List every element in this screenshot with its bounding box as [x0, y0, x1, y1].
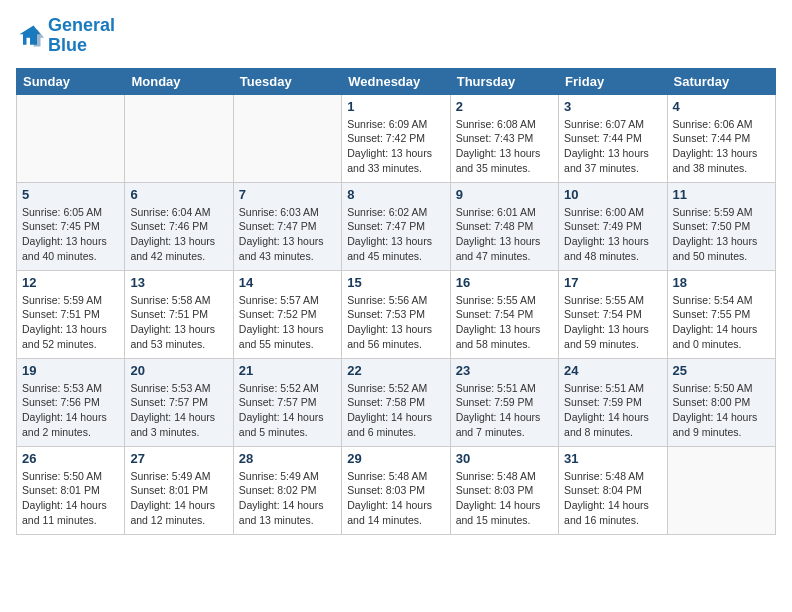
col-header-saturday: Saturday [667, 68, 775, 94]
day-number: 16 [456, 275, 553, 290]
day-number: 1 [347, 99, 444, 114]
calendar-cell: 11Sunrise: 5:59 AM Sunset: 7:50 PM Dayli… [667, 182, 775, 270]
col-header-tuesday: Tuesday [233, 68, 341, 94]
calendar-cell [17, 94, 125, 182]
day-info: Sunrise: 5:55 AM Sunset: 7:54 PM Dayligh… [564, 293, 661, 352]
day-number: 20 [130, 363, 227, 378]
calendar-cell: 31Sunrise: 5:48 AM Sunset: 8:04 PM Dayli… [559, 446, 667, 534]
day-number: 19 [22, 363, 119, 378]
day-number: 2 [456, 99, 553, 114]
day-info: Sunrise: 5:52 AM Sunset: 7:58 PM Dayligh… [347, 381, 444, 440]
calendar-cell: 7Sunrise: 6:03 AM Sunset: 7:47 PM Daylig… [233, 182, 341, 270]
calendar-cell: 21Sunrise: 5:52 AM Sunset: 7:57 PM Dayli… [233, 358, 341, 446]
day-info: Sunrise: 6:00 AM Sunset: 7:49 PM Dayligh… [564, 205, 661, 264]
calendar-cell: 22Sunrise: 5:52 AM Sunset: 7:58 PM Dayli… [342, 358, 450, 446]
day-info: Sunrise: 6:03 AM Sunset: 7:47 PM Dayligh… [239, 205, 336, 264]
calendar-cell: 23Sunrise: 5:51 AM Sunset: 7:59 PM Dayli… [450, 358, 558, 446]
day-number: 9 [456, 187, 553, 202]
day-info: Sunrise: 5:53 AM Sunset: 7:57 PM Dayligh… [130, 381, 227, 440]
calendar-cell: 15Sunrise: 5:56 AM Sunset: 7:53 PM Dayli… [342, 270, 450, 358]
calendar-cell: 4Sunrise: 6:06 AM Sunset: 7:44 PM Daylig… [667, 94, 775, 182]
day-number: 5 [22, 187, 119, 202]
day-number: 26 [22, 451, 119, 466]
calendar-cell: 20Sunrise: 5:53 AM Sunset: 7:57 PM Dayli… [125, 358, 233, 446]
day-number: 18 [673, 275, 770, 290]
day-number: 30 [456, 451, 553, 466]
col-header-sunday: Sunday [17, 68, 125, 94]
calendar-cell: 25Sunrise: 5:50 AM Sunset: 8:00 PM Dayli… [667, 358, 775, 446]
calendar-cell: 28Sunrise: 5:49 AM Sunset: 8:02 PM Dayli… [233, 446, 341, 534]
day-info: Sunrise: 5:50 AM Sunset: 8:01 PM Dayligh… [22, 469, 119, 528]
calendar-cell: 9Sunrise: 6:01 AM Sunset: 7:48 PM Daylig… [450, 182, 558, 270]
day-number: 23 [456, 363, 553, 378]
calendar-cell: 8Sunrise: 6:02 AM Sunset: 7:47 PM Daylig… [342, 182, 450, 270]
week-row-1: 1Sunrise: 6:09 AM Sunset: 7:42 PM Daylig… [17, 94, 776, 182]
day-info: Sunrise: 6:05 AM Sunset: 7:45 PM Dayligh… [22, 205, 119, 264]
calendar-cell: 19Sunrise: 5:53 AM Sunset: 7:56 PM Dayli… [17, 358, 125, 446]
day-number: 27 [130, 451, 227, 466]
calendar-header-row: SundayMondayTuesdayWednesdayThursdayFrid… [17, 68, 776, 94]
calendar-cell: 1Sunrise: 6:09 AM Sunset: 7:42 PM Daylig… [342, 94, 450, 182]
day-number: 29 [347, 451, 444, 466]
page-header: General Blue [16, 16, 776, 56]
day-number: 25 [673, 363, 770, 378]
day-info: Sunrise: 5:51 AM Sunset: 7:59 PM Dayligh… [564, 381, 661, 440]
week-row-3: 12Sunrise: 5:59 AM Sunset: 7:51 PM Dayli… [17, 270, 776, 358]
day-number: 13 [130, 275, 227, 290]
day-number: 11 [673, 187, 770, 202]
day-number: 15 [347, 275, 444, 290]
day-number: 14 [239, 275, 336, 290]
week-row-2: 5Sunrise: 6:05 AM Sunset: 7:45 PM Daylig… [17, 182, 776, 270]
day-number: 31 [564, 451, 661, 466]
day-info: Sunrise: 5:48 AM Sunset: 8:04 PM Dayligh… [564, 469, 661, 528]
calendar-cell: 2Sunrise: 6:08 AM Sunset: 7:43 PM Daylig… [450, 94, 558, 182]
calendar-table: SundayMondayTuesdayWednesdayThursdayFrid… [16, 68, 776, 535]
calendar-cell: 13Sunrise: 5:58 AM Sunset: 7:51 PM Dayli… [125, 270, 233, 358]
calendar-cell: 17Sunrise: 5:55 AM Sunset: 7:54 PM Dayli… [559, 270, 667, 358]
logo-icon [16, 22, 44, 50]
day-number: 7 [239, 187, 336, 202]
day-number: 21 [239, 363, 336, 378]
day-info: Sunrise: 6:08 AM Sunset: 7:43 PM Dayligh… [456, 117, 553, 176]
day-info: Sunrise: 5:59 AM Sunset: 7:51 PM Dayligh… [22, 293, 119, 352]
day-number: 28 [239, 451, 336, 466]
day-info: Sunrise: 5:55 AM Sunset: 7:54 PM Dayligh… [456, 293, 553, 352]
calendar-cell: 30Sunrise: 5:48 AM Sunset: 8:03 PM Dayli… [450, 446, 558, 534]
col-header-friday: Friday [559, 68, 667, 94]
day-number: 12 [22, 275, 119, 290]
calendar-cell: 26Sunrise: 5:50 AM Sunset: 8:01 PM Dayli… [17, 446, 125, 534]
calendar-cell: 12Sunrise: 5:59 AM Sunset: 7:51 PM Dayli… [17, 270, 125, 358]
logo: General Blue [16, 16, 115, 56]
day-info: Sunrise: 6:01 AM Sunset: 7:48 PM Dayligh… [456, 205, 553, 264]
day-info: Sunrise: 5:49 AM Sunset: 8:01 PM Dayligh… [130, 469, 227, 528]
day-info: Sunrise: 5:56 AM Sunset: 7:53 PM Dayligh… [347, 293, 444, 352]
calendar-cell: 27Sunrise: 5:49 AM Sunset: 8:01 PM Dayli… [125, 446, 233, 534]
day-info: Sunrise: 5:49 AM Sunset: 8:02 PM Dayligh… [239, 469, 336, 528]
calendar-cell [667, 446, 775, 534]
col-header-thursday: Thursday [450, 68, 558, 94]
day-number: 10 [564, 187, 661, 202]
day-info: Sunrise: 5:57 AM Sunset: 7:52 PM Dayligh… [239, 293, 336, 352]
day-info: Sunrise: 5:50 AM Sunset: 8:00 PM Dayligh… [673, 381, 770, 440]
day-info: Sunrise: 6:09 AM Sunset: 7:42 PM Dayligh… [347, 117, 444, 176]
calendar-cell: 5Sunrise: 6:05 AM Sunset: 7:45 PM Daylig… [17, 182, 125, 270]
day-info: Sunrise: 5:52 AM Sunset: 7:57 PM Dayligh… [239, 381, 336, 440]
day-info: Sunrise: 6:04 AM Sunset: 7:46 PM Dayligh… [130, 205, 227, 264]
day-info: Sunrise: 5:51 AM Sunset: 7:59 PM Dayligh… [456, 381, 553, 440]
calendar-cell: 16Sunrise: 5:55 AM Sunset: 7:54 PM Dayli… [450, 270, 558, 358]
calendar-cell: 6Sunrise: 6:04 AM Sunset: 7:46 PM Daylig… [125, 182, 233, 270]
day-info: Sunrise: 5:58 AM Sunset: 7:51 PM Dayligh… [130, 293, 227, 352]
day-number: 22 [347, 363, 444, 378]
col-header-wednesday: Wednesday [342, 68, 450, 94]
day-info: Sunrise: 5:48 AM Sunset: 8:03 PM Dayligh… [347, 469, 444, 528]
day-info: Sunrise: 6:07 AM Sunset: 7:44 PM Dayligh… [564, 117, 661, 176]
day-info: Sunrise: 5:53 AM Sunset: 7:56 PM Dayligh… [22, 381, 119, 440]
day-number: 3 [564, 99, 661, 114]
calendar-cell [125, 94, 233, 182]
calendar-cell: 3Sunrise: 6:07 AM Sunset: 7:44 PM Daylig… [559, 94, 667, 182]
calendar-cell: 10Sunrise: 6:00 AM Sunset: 7:49 PM Dayli… [559, 182, 667, 270]
day-info: Sunrise: 5:54 AM Sunset: 7:55 PM Dayligh… [673, 293, 770, 352]
col-header-monday: Monday [125, 68, 233, 94]
day-info: Sunrise: 6:02 AM Sunset: 7:47 PM Dayligh… [347, 205, 444, 264]
day-info: Sunrise: 5:48 AM Sunset: 8:03 PM Dayligh… [456, 469, 553, 528]
